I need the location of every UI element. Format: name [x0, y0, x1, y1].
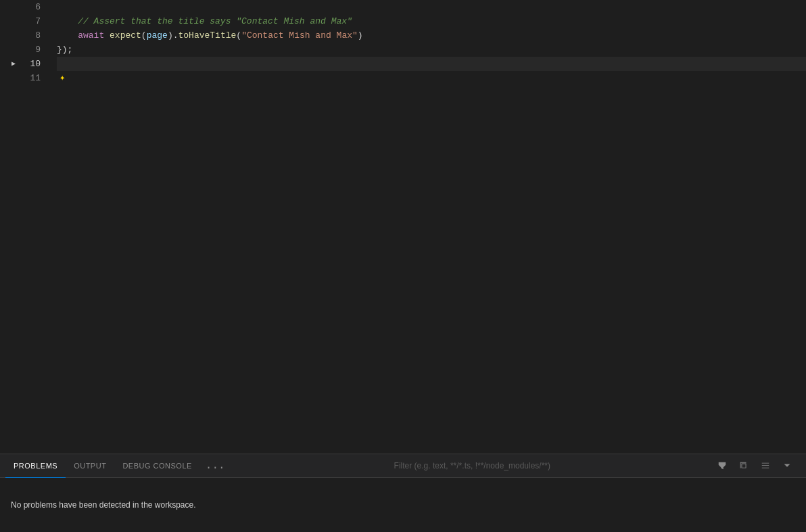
collapse-button[interactable] [779, 458, 795, 474]
line-number-8: 8 [10, 28, 47, 43]
line-number-10: ▶ 10 [10, 57, 47, 71]
page-variable: page [147, 28, 168, 43]
editor-area: 6 7 8 9 ▶ 10 11 // Assert that the title… [0, 0, 806, 454]
panel-more-button[interactable]: ... [200, 460, 231, 472]
code-line-10 [57, 57, 806, 71]
panel-tabs-bar: PROBLEMS OUTPUT DEBUG CONSOLE ... Filter… [0, 454, 806, 478]
tohavetitle-method: toHaveTitle [179, 28, 237, 43]
list-button[interactable] [757, 458, 774, 474]
code-line-6 [57, 0, 806, 14]
line-number-9: 9 [10, 43, 47, 57]
code-line-8: await expect(page).toHaveTitle("Contact … [57, 28, 806, 43]
code-line-11: ✦ [57, 71, 806, 85]
code-line-7: // Assert that the title says "Contact M… [57, 14, 806, 28]
code-container: 6 7 8 9 ▶ 10 11 // Assert that the title… [0, 0, 806, 454]
chevron-down-icon [782, 461, 792, 470]
panel-content: No problems have been detected in the wo… [0, 478, 806, 532]
copy-icon [739, 461, 749, 470]
comment-token: // Assert that the title says "Contact M… [57, 14, 352, 28]
tab-debug-console[interactable]: DEBUG CONSOLE [114, 454, 199, 478]
panel-actions [714, 458, 801, 474]
await-keyword: await [78, 28, 104, 43]
line-number-6: 6 [10, 0, 47, 14]
line-number-11: 11 [10, 71, 47, 85]
sparkle-icon: ✦ [60, 71, 65, 85]
filter-button[interactable] [714, 458, 730, 474]
panel-filter-placeholder[interactable]: Filter (e.g. text, **/*.ts, !**/node_mod… [231, 461, 714, 470]
title-string: "Contact Mish and Max" [241, 28, 358, 43]
code-line-9: }); [57, 43, 806, 57]
expect-function: expect [110, 28, 141, 43]
list-icon [761, 461, 770, 470]
bottom-panel: PROBLEMS OUTPUT DEBUG CONSOLE ... Filter… [0, 454, 806, 532]
filter-icon [717, 461, 727, 470]
line-number-7: 7 [10, 14, 47, 28]
tab-problems[interactable]: PROBLEMS [5, 454, 66, 478]
copy-button[interactable] [736, 458, 752, 474]
no-problems-text: No problems have been detected in the wo… [11, 500, 196, 510]
active-line-arrow: ▶ [11, 57, 16, 71]
tab-output[interactable]: OUTPUT [66, 454, 114, 478]
code-content[interactable]: // Assert that the title says "Contact M… [54, 0, 806, 454]
editor-gutter [0, 0, 10, 454]
line-numbers: 6 7 8 9 ▶ 10 11 [10, 0, 54, 454]
